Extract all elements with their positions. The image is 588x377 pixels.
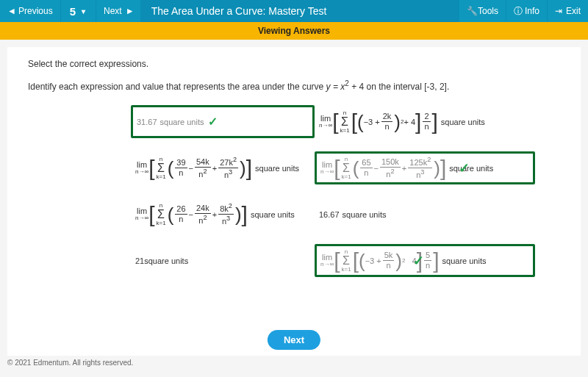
info-label: Info <box>525 6 539 16</box>
info-icon: ⓘ <box>514 5 521 18</box>
exit-icon: ⇥ <box>555 6 562 16</box>
previous-button[interactable]: ◄ Previous <box>0 0 61 22</box>
copyright-footer: © 2021 Edmentum. All rights reserved. <box>0 356 588 370</box>
units-label: square units <box>441 118 485 126</box>
limit-symbol: limn→∞ <box>319 115 332 129</box>
question-prompt: Identify each expression and value that … <box>28 79 560 92</box>
next-button[interactable]: Next <box>268 330 320 350</box>
chevron-left-icon: ◄ <box>7 6 15 16</box>
answer-option-d[interactable]: limn→∞ [ nΣk=1 ( 65n − 150kn2 + 125k2n3 … <box>315 151 535 184</box>
previous-label: Previous <box>18 6 53 16</box>
tools-button[interactable]: 🔧 Tools <box>459 0 506 22</box>
answer-option-c[interactable]: limn→∞ [ nΣk=1 ( 39n − 54kn2 + 27k2n3 ) … <box>131 151 315 184</box>
instruction-text: Select the correct expressions. <box>28 59 560 69</box>
option-g-value: 21 <box>135 256 144 265</box>
wrench-icon: 🔧 <box>467 6 474 16</box>
answer-option-a[interactable]: 31.67 square units ✓ <box>131 105 315 138</box>
sigma-symbol: nΣk=1 <box>340 110 350 134</box>
info-button[interactable]: ⓘ Info <box>506 0 547 22</box>
exit-label: Exit <box>566 6 581 16</box>
answer-option-e[interactable]: limn→∞ [ nΣk=1 ( 26n − 24kn2 + 8k2n3 ) ]… <box>131 198 315 231</box>
option-a-value: 31.67 <box>137 118 157 126</box>
check-icon: ✓ <box>413 253 424 269</box>
answer-option-h[interactable]: limn→∞ [ nΣk=1 [ ( −3 + 5kn )2 4 ] 5n ] … <box>315 244 535 277</box>
next-nav-label: Next <box>104 6 122 16</box>
check-icon: ✓ <box>208 115 218 129</box>
question-number: 5 <box>70 5 76 18</box>
answer-option-g[interactable]: 21square units <box>131 244 315 277</box>
answer-option-f[interactable]: 16.67 square units <box>315 198 535 231</box>
answer-option-b[interactable]: limn→∞ [ nΣk=1 [ ( −3 + 2kn )2 + 4 ] 2n … <box>315 105 535 138</box>
viewing-answers-banner: Viewing Answers <box>0 22 588 40</box>
question-number-dropdown[interactable]: 5 ▾ <box>61 0 96 22</box>
chevron-down-icon: ▾ <box>79 7 87 15</box>
answer-grid: 31.67 square units ✓ limn→∞ [ nΣk=1 [ ( … <box>131 105 560 277</box>
question-page: Select the correct expressions. Identify… <box>7 47 581 356</box>
tools-label: Tools <box>478 6 498 16</box>
option-f-value: 16.67 <box>319 210 340 219</box>
chevron-right-icon: ► <box>126 6 133 16</box>
units-label: square units <box>160 118 204 126</box>
check-icon: ✓ <box>459 160 470 176</box>
exit-button[interactable]: ⇥ Exit <box>547 0 588 22</box>
lesson-title: The Area Under a Curve: Mastery Test <box>141 0 459 22</box>
top-navigation-bar: ◄ Previous 5 ▾ Next ► The Area Under a C… <box>0 0 588 22</box>
next-nav-button[interactable]: Next ► <box>96 0 141 22</box>
